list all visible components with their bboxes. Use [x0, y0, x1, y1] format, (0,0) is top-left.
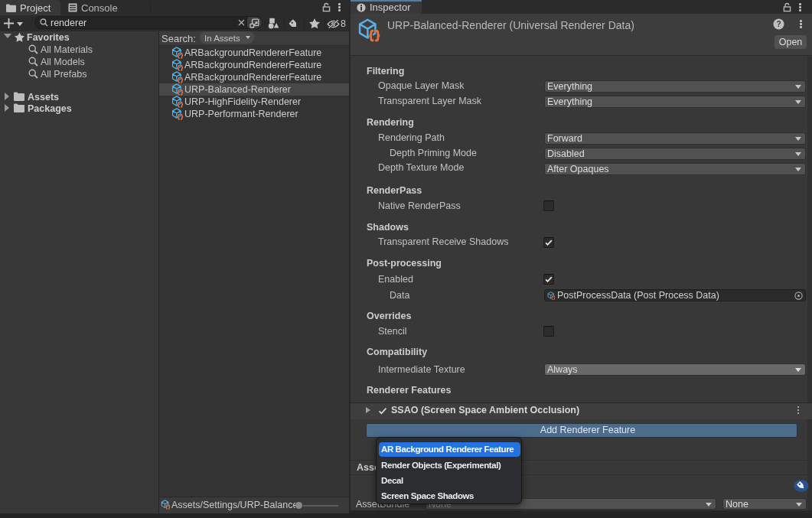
svg-text:?: ? [776, 20, 781, 28]
